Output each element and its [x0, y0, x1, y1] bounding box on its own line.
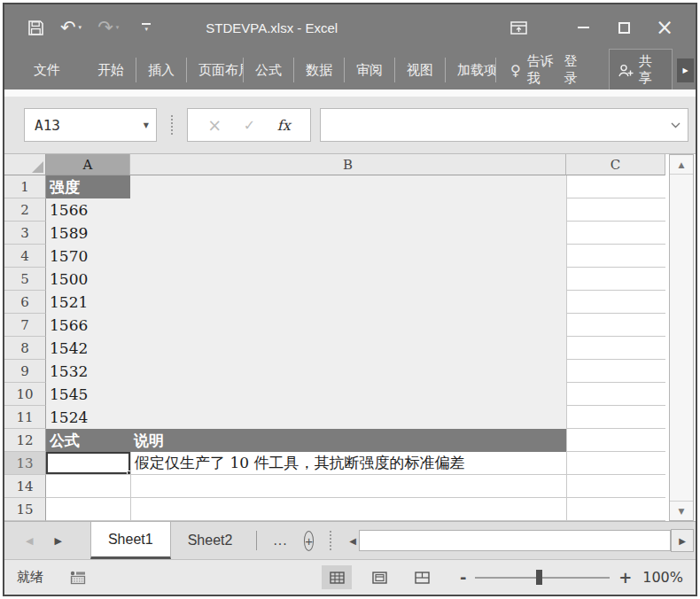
ribbon-tab-6[interactable]: 审阅 [344, 58, 394, 82]
scroll-left-icon[interactable]: ◀ [349, 536, 356, 546]
ribbon-expand-button[interactable]: ▶ [677, 58, 694, 82]
insert-function-icon[interactable]: fx [277, 117, 291, 134]
row-header-4[interactable]: 4 [4, 245, 46, 268]
row-header-3[interactable]: 3 [4, 222, 46, 245]
cell-C13[interactable] [566, 452, 665, 475]
formula-input[interactable] [320, 108, 688, 142]
horizontal-scrollbar-thumb[interactable] [359, 530, 671, 551]
more-sheets-label[interactable]: ... [273, 533, 287, 548]
cell-B10[interactable] [130, 383, 566, 406]
cell-A12[interactable]: 公式 [46, 429, 130, 452]
row-header-13[interactable]: 13 [4, 452, 46, 475]
undo-dropdown-icon[interactable]: ▾ [79, 24, 82, 31]
cell-A11[interactable]: 1524 [46, 406, 130, 429]
share-button[interactable]: 共享 [609, 49, 673, 91]
normal-view-button[interactable] [322, 565, 352, 589]
save-icon[interactable] [27, 19, 44, 36]
zoom-out-button[interactable]: - [460, 568, 466, 587]
ribbon-tab-0[interactable]: 文件 [22, 58, 72, 82]
page-layout-view-button[interactable] [364, 565, 394, 589]
cell-B6[interactable] [130, 291, 566, 314]
new-sheet-button[interactable]: + [304, 531, 315, 551]
scroll-down-icon[interactable]: ▼ [670, 501, 693, 520]
ribbon-tab-5[interactable]: 数据 [293, 58, 344, 82]
cell-B4[interactable] [130, 245, 566, 268]
page-break-preview-button[interactable] [407, 565, 437, 589]
cell-B14[interactable] [130, 475, 566, 498]
cell-B12[interactable]: 说明 [130, 429, 566, 452]
cell-C2[interactable] [566, 198, 665, 222]
cell-C7[interactable] [566, 314, 665, 337]
cell-B15[interactable] [130, 498, 566, 521]
cell-B11[interactable] [130, 406, 566, 429]
row-header-10[interactable]: 10 [4, 383, 46, 406]
row-header-11[interactable]: 11 [4, 406, 46, 429]
column-header-C[interactable]: C [566, 154, 665, 175]
ribbon-tab-8[interactable]: 加载项 [445, 58, 496, 82]
zoom-level[interactable]: 100% [642, 569, 683, 586]
ribbon-tab-1[interactable]: 开始 [86, 58, 136, 82]
ribbon-tab-3[interactable]: 页面布局 [186, 58, 243, 82]
cell-A7[interactable]: 1566 [46, 314, 130, 337]
row-header-14[interactable]: 14 [4, 475, 46, 498]
fill-handle[interactable] [127, 471, 130, 475]
cell-C15[interactable] [566, 498, 665, 521]
column-header-B[interactable]: B [130, 154, 566, 175]
row-header-2[interactable]: 2 [4, 198, 46, 222]
cell-C3[interactable] [566, 222, 665, 245]
cell-B13[interactable]: 假定仅生产了 10 件工具，其抗断强度的标准偏差 [130, 452, 566, 475]
cell-B7[interactable] [130, 314, 566, 337]
tell-me-button[interactable]: ♀ 告诉我 [510, 53, 564, 87]
cell-B2[interactable] [130, 198, 566, 222]
maximize-button[interactable] [603, 12, 644, 43]
cell-A3[interactable]: 1589 [46, 222, 130, 245]
enter-check-icon[interactable]: ✓ [244, 117, 255, 134]
ribbon-display-options-icon[interactable] [510, 20, 527, 35]
undo-button[interactable]: ↶ ▾ [60, 19, 82, 37]
formula-expand-icon[interactable] [671, 122, 681, 128]
row-header-8[interactable]: 8 [4, 337, 46, 360]
sheet-nav-left-icon[interactable]: ◀ [26, 535, 33, 547]
cell-A8[interactable]: 1542 [46, 337, 130, 360]
name-box-dropdown-icon[interactable]: ▼ [144, 121, 149, 129]
cell-C5[interactable] [566, 268, 665, 291]
cell-A14[interactable] [46, 475, 130, 498]
sheet-tab-Sheet1[interactable]: Sheet1 [90, 522, 171, 559]
cell-C9[interactable] [566, 360, 665, 383]
cell-C8[interactable] [566, 337, 665, 360]
cell-A10[interactable]: 1545 [46, 383, 130, 406]
row-header-15[interactable]: 15 [4, 498, 46, 521]
scroll-up-icon[interactable]: ▲ [670, 155, 693, 175]
cell-B9[interactable] [130, 360, 566, 383]
formula-separator[interactable] [171, 115, 173, 135]
cell-A4[interactable]: 1570 [46, 245, 130, 268]
name-box[interactable]: A13 ▼ [24, 108, 157, 142]
ribbon-tab-7[interactable]: 视图 [394, 58, 445, 82]
sign-in-button[interactable]: 登录 [564, 53, 588, 87]
cell-A6[interactable]: 1521 [46, 291, 130, 314]
ribbon-tab-4[interactable]: 公式 [243, 58, 293, 82]
zoom-slider[interactable] [475, 577, 610, 579]
cell-C10[interactable] [566, 383, 665, 406]
cell-B8[interactable] [130, 337, 566, 360]
cancel-icon[interactable]: × [207, 115, 222, 135]
cell-A2[interactable]: 1566 [46, 198, 130, 222]
cell-C11[interactable] [566, 406, 665, 429]
row-header-6[interactable]: 6 [4, 291, 46, 314]
zoom-slider-handle[interactable] [536, 570, 542, 585]
cell-B5[interactable] [130, 268, 566, 291]
column-header-A[interactable]: A [46, 154, 130, 175]
row-header-7[interactable]: 7 [4, 314, 46, 337]
cell-A9[interactable]: 1532 [46, 360, 130, 383]
cell-A1[interactable]: 强度 [46, 175, 130, 198]
cell-A5[interactable]: 1500 [46, 268, 130, 291]
zoom-in-button[interactable]: + [618, 568, 632, 587]
cell-C6[interactable] [566, 291, 665, 314]
row-header-5[interactable]: 5 [4, 268, 46, 291]
horizontal-scrollbar[interactable]: ◀ ▶ [349, 529, 694, 552]
tab-scroll-separator[interactable] [330, 531, 331, 550]
select-all-button[interactable] [4, 154, 46, 175]
row-header-9[interactable]: 9 [4, 360, 46, 383]
cell-C12[interactable] [566, 429, 665, 452]
cell-B3[interactable] [130, 222, 566, 245]
